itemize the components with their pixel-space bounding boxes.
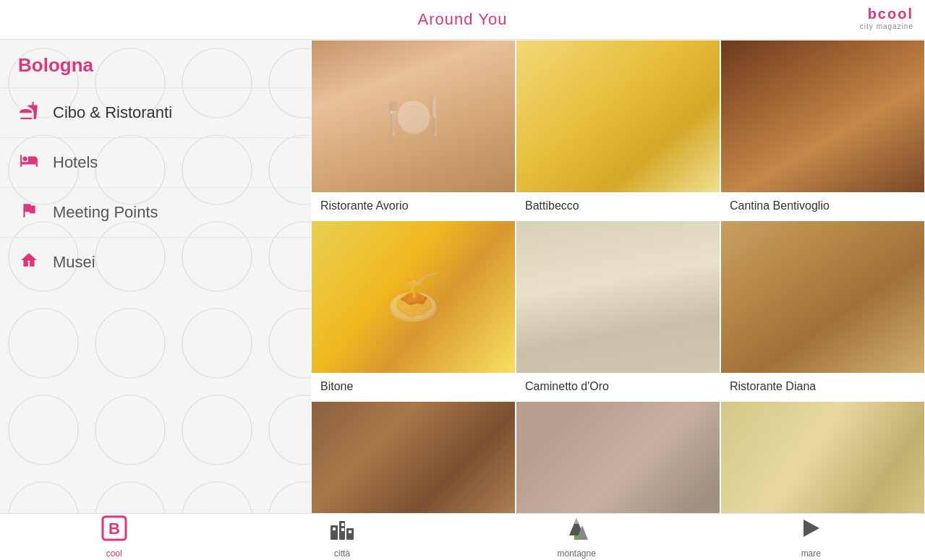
restaurant-name: Cantina Bentivoglio [721, 192, 924, 220]
sidebar-item-food[interactable]: Cibo & Ristoranti [0, 87, 311, 137]
logo-sub: city magazine [860, 22, 913, 30]
grid-item-4[interactable]: Bitone [311, 220, 516, 401]
bottom-btn-cool[interactable]: B cool [87, 512, 142, 560]
svg-rect-8 [349, 530, 351, 533]
grid-item-2[interactable]: Battibecco [516, 40, 720, 220]
mare-icon [798, 515, 824, 547]
restaurant-photo [516, 402, 720, 513]
grid-item-1[interactable]: Ristorante Avorio [311, 40, 516, 220]
sidebar-label-hotels: Hotels [53, 153, 98, 172]
bottom-btn-citta[interactable]: città [315, 512, 370, 560]
restaurant-name: Bitone [312, 373, 515, 400]
sidebar-label-food: Cibo & Ristoranti [53, 103, 172, 122]
grid-item-6[interactable]: Ristorante Diana [720, 220, 925, 401]
restaurant-name: Ristorante Diana [721, 373, 924, 400]
restaurant-name: Battibecco [516, 192, 720, 220]
bottom-btn-montagne[interactable]: montagne [543, 512, 610, 560]
restaurant-name: Ristorante Avorio [312, 192, 515, 220]
svg-text:B: B [108, 520, 120, 538]
montagne-label: montagne [558, 548, 596, 559]
citta-label: città [334, 548, 350, 559]
app-logo: bcool city magazine [860, 6, 913, 30]
restaurant-photo [721, 40, 924, 192]
restaurant-photo [516, 40, 720, 192]
restaurant-photo [312, 221, 515, 373]
cool-icon: B [101, 515, 127, 547]
grid-item-8[interactable]: La Scuderia [516, 401, 720, 513]
restaurant-photo [516, 221, 720, 373]
musei-icon [18, 251, 40, 274]
svg-rect-5 [333, 527, 336, 530]
bottom-bar: B cool città mo [0, 513, 925, 560]
restaurant-grid: Ristorante AvorioBattibeccoCantina Benti… [311, 40, 925, 513]
restaurant-photo [312, 402, 515, 513]
svg-rect-4 [346, 528, 354, 540]
mare-label: mare [801, 548, 821, 559]
grid-item-9[interactable]: Ristorante La Terrazza [720, 401, 925, 513]
grid-item-7[interactable]: Farina [311, 401, 516, 513]
svg-marker-12 [803, 520, 819, 537]
restaurant-name: Caminetto d'Oro [516, 373, 720, 400]
app-title: Around You [418, 10, 508, 29]
meeting-icon [18, 201, 40, 224]
sidebar-item-hotels[interactable]: Hotels [0, 137, 311, 187]
svg-rect-6 [341, 523, 344, 526]
grid-item-3[interactable]: Cantina Bentivoglio [720, 40, 925, 220]
restaurant-photo [312, 40, 515, 192]
grid-item-5[interactable]: Caminetto d'Oro [516, 220, 720, 401]
svg-rect-7 [341, 528, 344, 531]
city-label: Bologna [0, 40, 311, 87]
main-content: Ristorante AvorioBattibeccoCantina Benti… [311, 40, 925, 513]
restaurant-photo [721, 402, 924, 513]
logo-main: bcool [868, 6, 913, 22]
sidebar-label-meeting: Meeting Points [53, 203, 158, 222]
montagne-icon [563, 515, 589, 547]
citta-icon [329, 515, 355, 547]
restaurant-photo [721, 221, 924, 373]
header: Around You bcool city magazine [0, 0, 925, 40]
bottom-btn-mare[interactable]: mare [783, 512, 838, 560]
hotels-icon [18, 151, 40, 174]
sidebar-item-meeting[interactable]: Meeting Points [0, 187, 311, 237]
svg-rect-11 [574, 535, 579, 540]
sidebar: Bologna Cibo & Ristoranti Hotels Meeting… [0, 40, 311, 513]
cool-label: cool [106, 548, 122, 559]
food-icon [18, 101, 40, 124]
sidebar-item-musei[interactable]: Musei [0, 237, 311, 287]
sidebar-label-musei: Musei [53, 253, 95, 272]
